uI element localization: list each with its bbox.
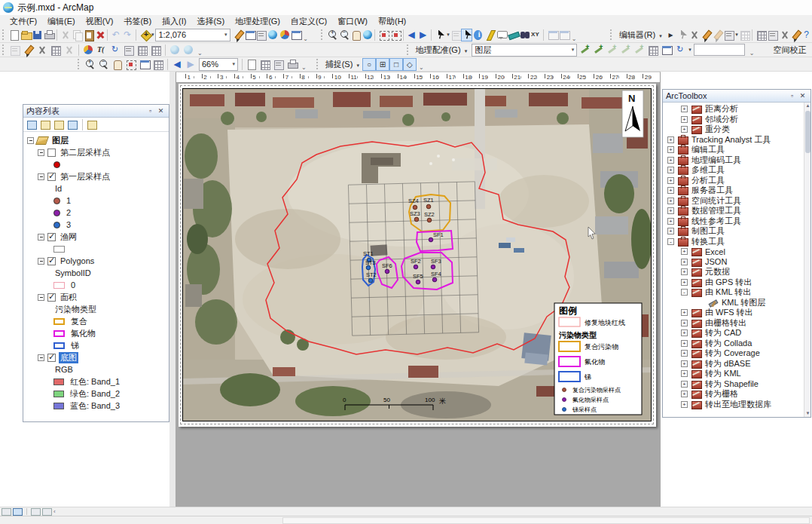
editor-menu-button[interactable]: 编辑器(R) ▾: [616, 29, 665, 41]
editor-help-icon[interactable]: ?: [801, 29, 811, 41]
georeferencing-layer-combo[interactable]: 图层▾: [472, 44, 577, 57]
toc-symbol[interactable]: 3: [23, 219, 169, 231]
expander-icon[interactable]: +: [681, 340, 688, 347]
scroll-left-icon[interactable]: ‹: [53, 508, 56, 515]
toolbox-item[interactable]: + 由栅格转出: [663, 318, 810, 329]
toolbox-item[interactable]: + 转为 dBASE: [663, 359, 810, 369]
georeferencing-menu-button[interactable]: 地理配准(G) ▾: [413, 44, 470, 56]
toolbar-grip[interactable]: [316, 59, 320, 69]
toc-symbol[interactable]: 绿色: Band_2: [23, 388, 169, 400]
layout-forward-icon[interactable]: ▶: [185, 59, 197, 70]
list-by-drawing-order-icon[interactable]: [26, 119, 38, 130]
list-by-selection-icon[interactable]: [66, 119, 79, 130]
expander-icon[interactable]: +: [667, 187, 674, 194]
toolbox-item[interactable]: + 转出至地理数据库: [663, 400, 810, 410]
magnifier-window-icon[interactable]: [558, 29, 568, 41]
toolbar-overflow[interactable]: ⌄: [301, 64, 307, 71]
expander-icon[interactable]: [38, 354, 44, 361]
menu-item[interactable]: 自定义(C): [285, 15, 332, 28]
point-tool-icon[interactable]: [739, 29, 749, 41]
go-to-xy-icon[interactable]: [530, 29, 540, 41]
panel-splitter[interactable]: [169, 72, 176, 507]
toolbar-overflow[interactable]: ⌄: [419, 64, 424, 71]
html-popup-icon[interactable]: [496, 29, 505, 41]
expander-icon[interactable]: +: [681, 279, 688, 286]
map-data-frame[interactable]: SZ4 SZ1 SZ3 SZ2 SF1 SF2 SF3 SF5 SF4 SF6 …: [182, 88, 652, 421]
toolbox-item[interactable]: + 服务器工具: [663, 185, 810, 196]
toolbox-item[interactable]: + 距离分析: [663, 104, 810, 115]
expander-icon[interactable]: +: [667, 167, 674, 173]
toolbar-overflow[interactable]: ⌄: [749, 50, 755, 57]
expander-icon[interactable]: +: [681, 248, 688, 255]
edit-tool-icon[interactable]: ▸: [666, 29, 676, 41]
expander-icon[interactable]: [698, 299, 704, 306]
snap-grid-icon[interactable]: [150, 44, 162, 56]
delete-icon[interactable]: [94, 29, 104, 41]
expander-icon[interactable]: +: [667, 218, 674, 225]
split-tool-icon[interactable]: [779, 29, 789, 41]
go-forward-extent-icon[interactable]: ▶: [418, 29, 428, 41]
toolbox-item[interactable]: + 地理编码工具: [663, 155, 810, 166]
map-window-icon[interactable]: [244, 29, 254, 41]
scroll-up-icon[interactable]: ▲: [804, 103, 810, 109]
toolbar-overflow[interactable]: ⌄: [303, 35, 308, 42]
toolbox-item[interactable]: + 空间统计工具: [663, 196, 810, 207]
toc-layer-selected[interactable]: 底图: [23, 351, 169, 363]
toc-symbol[interactable]: [23, 158, 169, 170]
layer-checkbox[interactable]: [47, 173, 56, 181]
layout-page[interactable]: SZ4 SZ1 SZ3 SZ2 SF1 SF2 SF3 SF5 SF4 SF6 …: [179, 84, 656, 427]
expander-icon[interactable]: [38, 234, 44, 241]
expander-icon[interactable]: [38, 149, 44, 156]
new-displacement-link-icon[interactable]: [23, 44, 35, 56]
menu-item[interactable]: 书签(B): [118, 15, 157, 28]
zoom-100-icon[interactable]: [139, 59, 151, 70]
rotate-view-icon[interactable]: [109, 44, 121, 56]
expander-icon[interactable]: [27, 137, 34, 144]
map-legend[interactable]: 图例 修复地块红线 污染物类型 复合污染物 氟化物 锑 复合污染物采样点 氟: [554, 303, 642, 415]
arcglobe-icon[interactable]: [267, 29, 276, 41]
multiple-links-icon[interactable]: [50, 44, 62, 56]
toc-layer[interactable]: 第二层采样点: [23, 146, 169, 158]
menu-item[interactable]: 地理处理(G): [230, 15, 285, 28]
edit-vertices-icon[interactable]: [688, 29, 698, 41]
layout-back-icon[interactable]: ◀: [171, 59, 183, 70]
toolbar-grip[interactable]: [407, 44, 411, 55]
list-by-visibility-icon[interactable]: [53, 119, 66, 130]
trace-tool-icon[interactable]: [723, 29, 733, 41]
toolbox-item[interactable]: + 重分类: [663, 124, 810, 135]
toc-close-icon[interactable]: ✕: [156, 106, 166, 115]
add-control-points-icon[interactable]: [579, 44, 591, 56]
expander-icon[interactable]: [38, 294, 44, 301]
scroll-thumb[interactable]: [805, 111, 810, 153]
toolbar-grip[interactable]: [2, 29, 5, 40]
fixed-zoom-out-icon[interactable]: [390, 29, 400, 41]
change-layout-icon[interactable]: [273, 59, 285, 70]
expander-icon[interactable]: +: [667, 207, 674, 214]
new-document-icon[interactable]: [8, 29, 18, 41]
toc-title-bar[interactable]: 内容列表 ▫ ✕: [23, 105, 169, 118]
attributes-icon[interactable]: [767, 29, 777, 41]
edit-scale-icon[interactable]: [233, 29, 243, 41]
expander-icon[interactable]: +: [681, 370, 688, 377]
toolbox-item[interactable]: + 分析工具: [663, 176, 810, 186]
arctoolbox-title-bar[interactable]: ArcToolbox ▫ ✕: [663, 90, 810, 103]
expander-icon[interactable]: [38, 258, 44, 265]
toolbar-overflow[interactable]: ⌄: [572, 35, 577, 42]
toolbox-item[interactable]: + 转为 Shapefile: [663, 379, 810, 390]
chart-icon[interactable]: [82, 44, 94, 56]
layout-zoom-percent-combo[interactable]: 66%▾: [199, 58, 238, 71]
toolbox-item[interactable]: + 转为栅格: [663, 389, 810, 400]
measure-icon[interactable]: [508, 29, 517, 41]
print-preview-icon[interactable]: [286, 59, 298, 70]
modify-link-icon[interactable]: [36, 44, 48, 56]
limited-adjust-icon[interactable]: [63, 44, 75, 56]
expander-icon[interactable]: +: [667, 146, 674, 153]
auto-register-icon[interactable]: [593, 44, 605, 56]
layer-checkbox[interactable]: [47, 293, 56, 302]
toolbox-item[interactable]: + 由 GPS 转出: [663, 277, 810, 288]
toolbox-item[interactable]: + 转为 Collada: [663, 339, 810, 349]
fixed-zoom-in-icon[interactable]: [378, 29, 388, 41]
edit-annotation-icon[interactable]: [677, 29, 687, 41]
expander-icon[interactable]: +: [681, 329, 688, 336]
sketch-tool-icon[interactable]: [701, 29, 710, 41]
